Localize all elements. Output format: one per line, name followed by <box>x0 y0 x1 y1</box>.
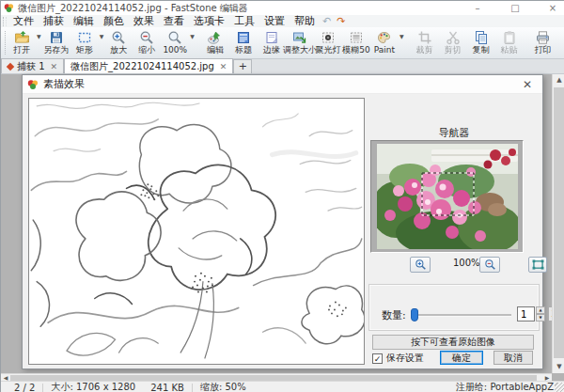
amount-slider-thumb[interactable] <box>411 308 418 321</box>
menu-capture[interactable]: 捕获 <box>39 15 69 27</box>
edit-button[interactable]: 编辑 <box>201 27 229 58</box>
scroll-down-icon[interactable]: ▼ <box>553 361 564 373</box>
dialog-close-icon[interactable]: ✕ <box>520 78 535 91</box>
amount-slider[interactable] <box>412 314 511 316</box>
copy-pages-icon <box>474 29 489 45</box>
dashed-rectangle-icon <box>77 29 92 45</box>
rectangle-select-button[interactable]: 矩形 <box>70 27 99 58</box>
caption-document-icon <box>236 29 251 45</box>
rectangle-dropdown-arrow[interactable]: ▼ <box>99 33 105 39</box>
image-canvas: 素描效果 ✕ <box>1 74 564 381</box>
vertical-scroll-thumb[interactable] <box>554 87 564 358</box>
fit-rectangle-icon <box>532 259 544 270</box>
spinner-down-icon[interactable]: ▼ <box>536 314 545 321</box>
navigator-zoom-in-button[interactable] <box>410 257 431 273</box>
fit-to-window-button[interactable] <box>528 257 547 273</box>
paint-dropdown-arrow[interactable]: ▼ <box>399 33 405 39</box>
close-window-button[interactable]: × <box>544 1 561 15</box>
scroll-up-icon[interactable]: ▲ <box>553 74 564 86</box>
maximize-button[interactable]: □ <box>507 1 524 15</box>
redo-icon[interactable]: ↷ <box>334 15 348 27</box>
menu-edit[interactable]: 编辑 <box>69 15 99 27</box>
zoom-indicator: 缩放: 50% <box>193 381 254 392</box>
menu-colors[interactable]: 颜色 <box>99 15 129 27</box>
amount-groupbox <box>368 284 540 331</box>
amount-spinner: ▲ ▼ <box>536 306 545 321</box>
cancel-button[interactable]: 取消 <box>494 351 533 365</box>
toolbar-grip <box>5 31 6 55</box>
save-as-button[interactable]: 另存为 <box>42 27 70 58</box>
navigator-thumbnail[interactable] <box>370 140 524 253</box>
resize-grip[interactable] <box>555 383 564 392</box>
view-original-button[interactable]: 按下可查看原始图像 <box>372 335 534 350</box>
window-title: 微信图片_20221024114052.jpg - FastStone 编辑器 <box>18 2 248 15</box>
amount-input[interactable] <box>517 306 535 321</box>
palette-edit-icon <box>207 29 223 45</box>
ok-button[interactable]: 确定 <box>440 351 483 365</box>
window-titlebar: 微信图片_20221024114052.jpg - FastStone 编辑器 … <box>1 1 564 15</box>
open-folder-icon <box>14 29 30 45</box>
zoom-100-button[interactable]: 100% <box>161 27 189 58</box>
tab1-close-icon[interactable]: ✕ <box>51 62 58 71</box>
vertical-scrollbar[interactable]: ▲ ▼ <box>552 74 564 373</box>
menubar-grip <box>3 17 7 26</box>
magnifier-icon <box>167 29 182 45</box>
blur-icon <box>349 29 364 45</box>
menu-tools[interactable]: 工具 <box>229 15 259 27</box>
dialog-title: 素描效果 <box>43 77 85 91</box>
magnifier-minus-icon <box>139 29 154 45</box>
zoom-in-button[interactable]: 放大 <box>104 27 133 58</box>
undo-icon[interactable]: ↶ <box>320 15 334 27</box>
clipboard-icon <box>502 29 517 45</box>
zoom-out-button[interactable]: 缩小 <box>133 27 161 58</box>
menu-tabs[interactable]: 选项卡 <box>189 15 229 27</box>
main-toolbar: 打开 ▼ 另存为 矩形 ▼ 放大 缩小 100% ▼ 编辑 <box>1 27 564 59</box>
menu-settings[interactable]: 设置 <box>259 15 290 27</box>
registered-to: 注册给: PortableAppZ <box>456 381 564 392</box>
scissors-icon <box>446 29 461 45</box>
sketch-preview[interactable] <box>28 98 365 365</box>
flowers-thumbnail-image <box>377 144 518 249</box>
new-tab-button[interactable]: + <box>233 59 252 73</box>
menu-file[interactable]: 文件 <box>8 15 39 27</box>
crop-icon <box>417 29 432 45</box>
sketch-effect-dialog: 素描效果 ✕ <box>22 74 543 369</box>
open-dropdown-arrow[interactable]: ▼ <box>36 33 42 39</box>
menu-view[interactable]: 查看 <box>159 15 189 27</box>
paint-button[interactable]: Paint <box>370 27 399 58</box>
horizontal-scrollbar[interactable]: ◀ ▶ <box>1 373 552 381</box>
minimize-button[interactable]: – <box>469 1 486 15</box>
capture-tab-icon <box>7 62 14 70</box>
paste-button: 粘贴 <box>495 27 524 58</box>
spotlight-button[interactable]: 聚光灯 <box>314 27 342 58</box>
app-logo-icon <box>4 3 14 13</box>
image-dimensions: 大小: 1706 x 1280 <box>43 381 143 392</box>
navigator-label: 导航器 <box>368 126 540 140</box>
open-button[interactable]: 打开 <box>8 27 36 58</box>
save-settings-checkbox[interactable]: ✓ <box>372 353 383 364</box>
dialog-titlebar[interactable]: 素描效果 ✕ <box>23 75 542 94</box>
magnifier-minus-icon <box>484 259 496 271</box>
menu-effects[interactable]: 效果 <box>129 15 159 27</box>
tab2-close-icon[interactable]: ✕ <box>220 62 227 71</box>
caption-button[interactable]: 标题 <box>229 27 258 58</box>
tab-capture-1[interactable]: 捕获 1 ✕ <box>1 58 64 73</box>
magnifier-plus-icon <box>415 259 427 271</box>
resize-button[interactable]: 调整大小 <box>286 27 314 58</box>
menu-help[interactable]: 帮助 <box>290 15 320 27</box>
paint-palette-icon <box>376 29 392 45</box>
navigator-zoom-out-button[interactable] <box>479 257 500 273</box>
floppy-disk-icon <box>49 29 64 45</box>
edge-page-icon <box>264 29 279 45</box>
spinner-up-icon[interactable]: ▲ <box>536 306 545 314</box>
printer-icon <box>535 29 551 45</box>
sketch-image <box>29 99 364 364</box>
tab-image-file[interactable]: 微信图片_20221024114052.jpg ✕ <box>64 58 233 73</box>
zoom-dropdown-arrow[interactable]: ▼ <box>189 33 196 39</box>
status-bar: 2 / 2 大小: 1706 x 1280 241 KB 缩放: 50% 注册给… <box>1 381 564 392</box>
resize-image-icon <box>291 29 307 45</box>
copy-button[interactable]: 复制 <box>467 27 495 58</box>
edge-button[interactable]: 边缘 <box>258 27 286 58</box>
blur50-button[interactable]: 模糊50 <box>342 27 370 58</box>
print-button[interactable]: 打印 <box>529 27 557 58</box>
